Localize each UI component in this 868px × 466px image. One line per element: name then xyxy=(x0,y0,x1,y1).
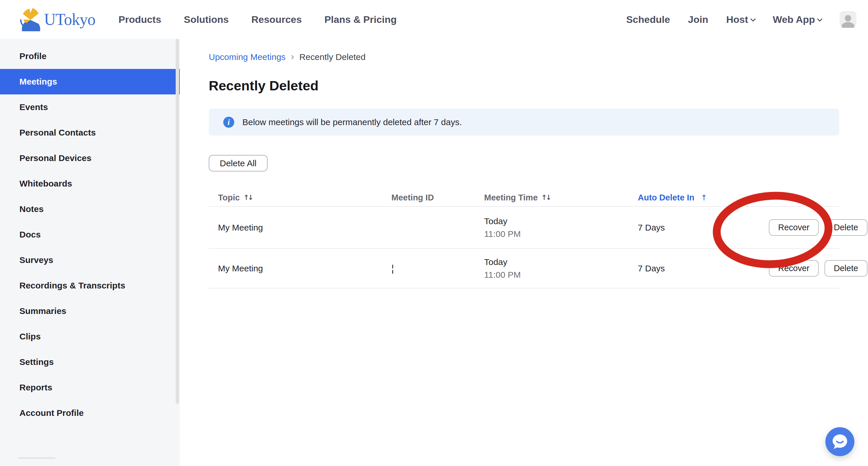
delete-all-button[interactable]: Delete All xyxy=(209,155,268,171)
nav-products[interactable]: Products xyxy=(119,14,161,25)
cell-auto-delete-in: 7 Days xyxy=(638,223,769,233)
sidebar-item-recordings[interactable]: Recordings & Transcripts xyxy=(0,273,180,298)
sidebar: Profile Meetings Events Personal Contact… xyxy=(0,39,180,466)
sidebar-item-summaries[interactable]: Summaries xyxy=(0,298,180,324)
cell-topic: My Meeting xyxy=(218,264,392,273)
sidebar-item-surveys[interactable]: Surveys xyxy=(0,247,180,273)
row-actions: Recover Delete xyxy=(769,260,867,276)
cell-topic: My Meeting xyxy=(218,223,392,233)
nav-webapp-dropdown[interactable]: Web App xyxy=(773,14,822,25)
utokyo-logo[interactable]: UTokyo xyxy=(19,7,95,31)
recover-button[interactable]: Recover xyxy=(769,260,819,276)
info-icon: i xyxy=(223,117,234,128)
sort-ascending-icon: ↑ xyxy=(701,193,707,202)
chevron-down-icon xyxy=(817,16,822,22)
column-header-topic: Topic ↑↓ xyxy=(218,193,392,202)
breadcrumb-upcoming-meetings[interactable]: Upcoming Meetings xyxy=(209,52,285,62)
sidebar-item-whiteboards[interactable]: Whiteboards xyxy=(0,171,180,196)
breadcrumb: Upcoming Meetings › Recently Deleted xyxy=(209,51,868,63)
info-banner: i Below meetings will be permanently del… xyxy=(209,109,839,136)
deleted-meetings-table: Topic ↑↓ Meeting ID Meeting Time ↑↓ Auto… xyxy=(209,189,839,289)
zoom-web-portal: UTokyo Products Solutions Resources Plan… xyxy=(0,0,868,466)
page-title: Recently Deleted xyxy=(209,78,868,94)
column-header-meeting-id: Meeting ID xyxy=(392,193,484,202)
sidebar-item-notes[interactable]: Notes xyxy=(0,196,180,222)
sidebar-item-reports[interactable]: Reports xyxy=(0,375,180,400)
nav-plans-pricing[interactable]: Plans & Pricing xyxy=(324,14,397,25)
user-avatar[interactable] xyxy=(840,11,857,28)
delete-button[interactable]: Delete xyxy=(825,260,867,276)
chat-bubble-icon xyxy=(831,433,849,451)
top-header: UTokyo Products Solutions Resources Plan… xyxy=(0,0,868,39)
sidebar-item-account-profile[interactable]: Account Profile xyxy=(0,400,180,426)
header-right-nav: Schedule Join Host Web App xyxy=(626,11,857,28)
sidebar-item-personal-devices[interactable]: Personal Devices xyxy=(0,145,180,171)
sort-icon[interactable]: ↑↓ xyxy=(243,194,252,202)
cell-meeting-time: Today 11:00 PM xyxy=(484,217,638,239)
table-row: My Meeting ¦ Today 11:00 PM 7 Days Recov… xyxy=(209,249,839,289)
sidebar-divider xyxy=(18,458,55,459)
breadcrumb-separator-icon: › xyxy=(291,51,294,62)
sidebar-item-profile[interactable]: Profile xyxy=(0,43,180,69)
column-header-auto-delete-in[interactable]: Auto Delete In ↑ xyxy=(638,193,769,202)
sort-icon[interactable]: ↑↓ xyxy=(541,194,550,202)
table-header-row: Topic ↑↓ Meeting ID Meeting Time ↑↓ Auto… xyxy=(209,189,839,207)
table-row: My Meeting Today 11:00 PM 7 Days Recover… xyxy=(209,207,839,249)
nav-join[interactable]: Join xyxy=(688,14,708,25)
recover-button[interactable]: Recover xyxy=(769,219,819,236)
main-nav: Products Solutions Resources Plans & Pri… xyxy=(119,14,397,25)
nav-host-dropdown[interactable]: Host xyxy=(726,14,755,25)
column-header-meeting-time: Meeting Time ↑↓ xyxy=(484,193,638,202)
sidebar-item-clips[interactable]: Clips xyxy=(0,324,180,349)
nav-resources[interactable]: Resources xyxy=(251,14,302,25)
nav-schedule[interactable]: Schedule xyxy=(626,14,670,25)
nav-solutions[interactable]: Solutions xyxy=(184,14,229,25)
sidebar-scrollbar[interactable] xyxy=(176,39,179,404)
cell-auto-delete-in: 7 Days xyxy=(638,264,769,273)
ginkgo-leaf-icon xyxy=(19,7,42,31)
avatar-person-icon xyxy=(845,15,851,22)
sidebar-item-docs[interactable]: Docs xyxy=(0,222,180,247)
sidebar-item-meetings[interactable]: Meetings xyxy=(0,69,180,94)
sidebar-item-settings[interactable]: Settings xyxy=(0,349,180,375)
logo-wordmark: UTokyo xyxy=(44,10,95,29)
cell-meeting-time: Today 11:00 PM xyxy=(484,257,638,280)
sidebar-item-events[interactable]: Events xyxy=(0,94,180,120)
sidebar-item-personal-contacts[interactable]: Personal Contacts xyxy=(0,120,180,145)
info-banner-text: Below meetings will be permanently delet… xyxy=(242,117,462,127)
cell-meeting-id: ¦ xyxy=(392,263,484,274)
main-content: Upcoming Meetings › Recently Deleted Rec… xyxy=(180,39,868,466)
row-actions: Recover Delete xyxy=(769,219,867,236)
chevron-down-icon xyxy=(750,16,755,22)
breadcrumb-current: Recently Deleted xyxy=(299,52,365,62)
chat-support-button[interactable] xyxy=(826,427,855,456)
delete-button[interactable]: Delete xyxy=(825,219,867,236)
